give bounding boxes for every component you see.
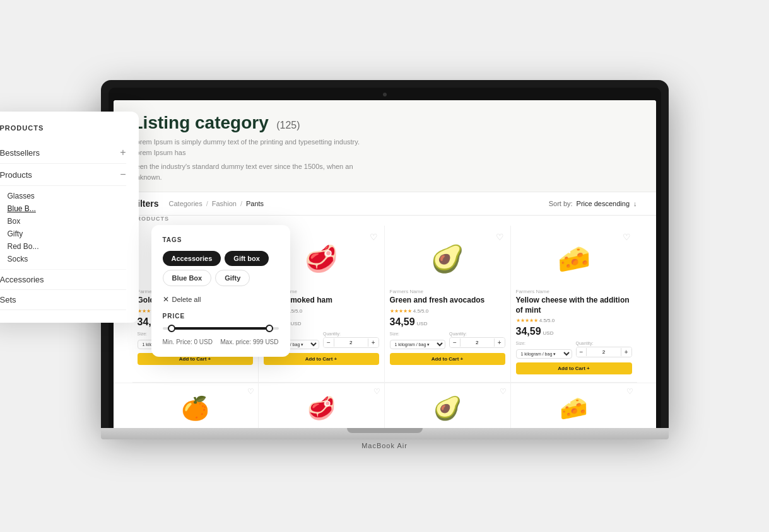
qty-minus-1[interactable]: − [324, 338, 334, 347]
camera-dot [383, 93, 387, 96]
product-card-sm-3: ♡ 🧀 [511, 383, 637, 428]
sidebar-sub-socks[interactable]: Socks [8, 253, 126, 265]
qty-block-2: Quantity: − 2 + [449, 332, 505, 349]
sidebar-panel: PRODUCTS Bestsellers + Products − Glasse… [0, 112, 139, 323]
size-block-3: Size: 1 kilogram / bag ▾ [516, 341, 572, 359]
qty-label-2: Quantity: [449, 332, 505, 336]
tag-bluebox[interactable]: Blue Box [163, 270, 212, 286]
wishlist-sm-2[interactable]: ♡ [500, 387, 507, 396]
price-row-3: 34,59 USD [516, 326, 632, 337]
tags-row: Accessories Gift box Blue Box Gifty [163, 251, 279, 286]
sidebar-collapse-icon: − [120, 169, 126, 180]
price-slider-max-thumb[interactable] [266, 325, 273, 332]
price-row-2: 34,59 USD [390, 316, 505, 328]
product-card-sm-1: ♡ 🥩 [259, 383, 385, 428]
wishlist-button-1[interactable]: ♡ [370, 232, 378, 242]
breadcrumb: Categories / Fashion / Pants [169, 200, 539, 207]
sidebar-expand-icon: + [120, 147, 126, 158]
qty-value-2: 2 [460, 338, 495, 347]
filter-bar: Filters Categories / Fashion / Pants Sor… [114, 192, 656, 216]
products-section-label: PRODUCTS [114, 216, 656, 226]
size-label-2: Size: [390, 332, 446, 336]
sort-area: Sort by: Price descending ↓ [549, 200, 637, 207]
laptop-notch [347, 428, 423, 433]
tags-section-title: TAGS [163, 236, 279, 243]
qty-plus-1[interactable]: + [368, 338, 379, 347]
sidebar-sub-glasses[interactable]: Glasses [8, 190, 126, 202]
sidebar-sets-label: Sets [0, 295, 16, 304]
sidebar-sub-gifty[interactable]: Gifty [8, 228, 126, 240]
sidebar-sub-bluebox[interactable]: Blue B... [8, 202, 126, 215]
max-price-label: Max. price: 999 USD [220, 338, 278, 345]
product-stars-3: ★★★★★ 4.5/5.0 [516, 318, 632, 323]
filter-popup: TAGS Accessories Gift box Blue Box Gifty… [151, 225, 290, 357]
breadcrumb-categories[interactable]: Categories [169, 200, 203, 207]
laptop-base [101, 428, 669, 439]
size-select-3[interactable]: 1 kilogram / bag ▾ [516, 349, 572, 359]
product-img-sm-1: 🥩 [302, 390, 340, 427]
sidebar-item-products[interactable]: Products − [0, 164, 126, 186]
sidebar-sub-items: Glasses Blue B... Box Gifty Red Bo... So… [0, 186, 126, 270]
laptop-wrapper: Listing category (125) Lorem Ipsum is si… [101, 80, 669, 452]
product-card-3: ♡ 🧀 Farmers Name Yellow cheese with the … [511, 226, 637, 383]
size-qty-row-3: Size: 1 kilogram / bag ▾ Quantity: − [516, 341, 632, 359]
page-count: (125) [276, 120, 300, 130]
breadcrumb-sep-1: / [206, 200, 208, 207]
sidebar-item-sets[interactable]: Sets [0, 290, 126, 310]
min-price-label: Min. Price: 0 USD [163, 338, 213, 345]
wishlist-sm-1[interactable]: ♡ [373, 387, 380, 396]
product-image-2: 🥑 [390, 233, 505, 284]
qty-plus-3[interactable]: + [621, 347, 631, 357]
price-section-title: PRICE [163, 313, 279, 320]
product-card-2: ♡ 🥑 Farmers Name Green and fresh avocado… [385, 226, 511, 383]
breadcrumb-sep-2: / [240, 200, 242, 207]
wishlist-button-2[interactable]: ♡ [496, 232, 504, 242]
sidebar-item-bestsellers[interactable]: Bestsellers + [0, 142, 126, 164]
price-slider-fill [174, 327, 267, 330]
qty-label-3: Quantity: [576, 341, 632, 345]
qty-control-3: − 2 + [576, 347, 632, 357]
qty-minus-3[interactable]: − [577, 347, 587, 357]
wishlist-sm-3[interactable]: ♡ [626, 387, 633, 396]
breadcrumb-fashion[interactable]: Fashion [212, 200, 237, 207]
sidebar-sub-box[interactable]: Box [8, 215, 126, 228]
price-currency-3: USD [543, 330, 554, 336]
product-img-sm-0: 🍊 [176, 390, 214, 427]
sidebar-item-accessories[interactable]: Accessories [0, 270, 126, 290]
tag-accessories[interactable]: Accessories [163, 251, 221, 266]
qty-minus-2[interactable]: − [450, 338, 460, 347]
sidebar-title: PRODUCTS [0, 124, 126, 132]
product-name-3: Yellow cheese with the addition of mint [516, 296, 632, 315]
page-title: Listing category [132, 113, 269, 132]
sidebar-item-bestsellers-label: Bestsellers [0, 148, 40, 158]
qty-value-1: 2 [334, 338, 368, 347]
price-slider[interactable] [163, 327, 279, 330]
add-to-cart-button-3[interactable]: Add to Cart + [516, 362, 632, 374]
product-card-sm-0: ♡ 🍊 [132, 383, 259, 428]
product-stars-2: ★★★★★ 4.5/5.0 [390, 308, 505, 314]
price-slider-min-thumb[interactable] [168, 325, 175, 332]
wishlist-sm-0[interactable]: ♡ [247, 387, 254, 396]
price-currency-1: USD [291, 321, 302, 327]
add-to-cart-button-2[interactable]: Add to Cart + [390, 353, 505, 365]
macbook-label: MacBook Air [101, 439, 669, 452]
qty-label-1: Quantity: [323, 332, 379, 336]
size-block-2: Size: 1 kilogram / bag ▾ [390, 332, 446, 349]
qty-control-2: − 2 + [449, 337, 505, 348]
price-value-3: 34,59 [516, 326, 541, 337]
product-grid-row-2: ♡ 🍊 ♡ 🥩 ♡ 🥑 ♡ 🧀 [114, 383, 656, 428]
size-select-2[interactable]: 1 kilogram / bag ▾ [390, 340, 446, 349]
qty-value-3: 2 [586, 348, 621, 356]
farmer-name-3: Farmers Name [516, 289, 632, 294]
breadcrumb-pants[interactable]: Pants [246, 200, 264, 207]
wishlist-button-3[interactable]: ♡ [623, 232, 631, 242]
sidebar-sub-redbox[interactable]: Red Bo... [8, 240, 126, 253]
qty-plus-2[interactable]: + [495, 338, 505, 347]
tag-gifty[interactable]: Gifty [215, 270, 250, 286]
tag-giftbox[interactable]: Gift box [225, 251, 269, 266]
sort-value[interactable]: Price descending [577, 200, 630, 207]
price-value-2: 34,59 [390, 316, 415, 328]
delete-all-button[interactable]: ✕ Delete all [163, 295, 201, 304]
product-image-3: 🧀 [516, 233, 632, 284]
sort-arrow-icon[interactable]: ↓ [633, 200, 637, 207]
